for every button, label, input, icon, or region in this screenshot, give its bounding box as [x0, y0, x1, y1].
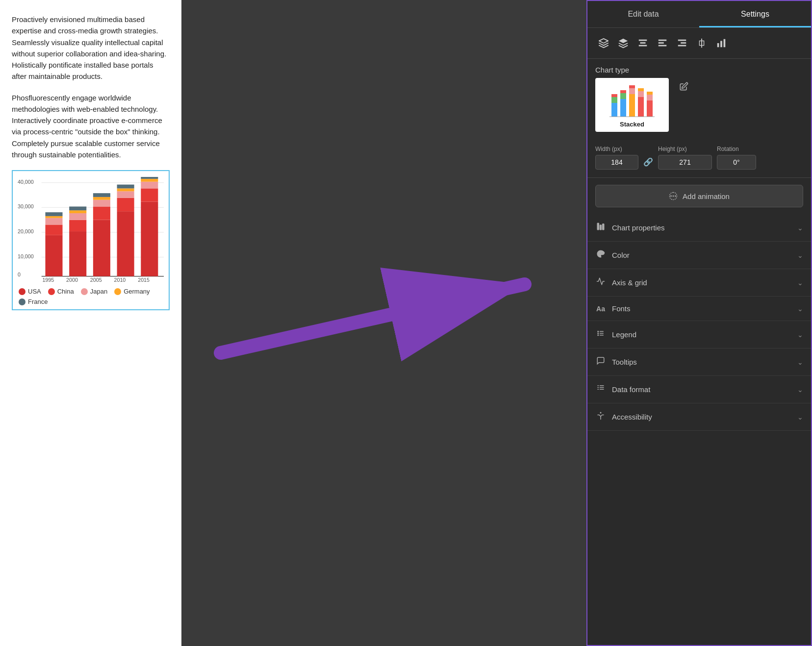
svg-rect-53 [720, 41, 722, 47]
paragraph-2: Phosfluorescently engage worldwide metho… [12, 92, 170, 161]
chevron-legend-icon: ⌄ [797, 331, 803, 339]
accordion-header-tooltips[interactable]: Tooltips ⌄ [587, 348, 811, 375]
chevron-tooltips-icon: ⌄ [797, 358, 803, 366]
svg-point-79 [597, 333, 599, 334]
svg-rect-80 [600, 333, 604, 334]
accordion-label-color: Color [612, 251, 791, 259]
align-center-icon[interactable] [634, 35, 651, 51]
accordion-header-legend[interactable]: Legend ⌄ [587, 321, 811, 348]
svg-rect-65 [638, 91, 644, 97]
chevron-chart-properties-icon: ⌄ [797, 224, 803, 232]
height-label: Height (px) [658, 146, 712, 152]
svg-rect-33 [141, 179, 158, 182]
bar-chart-icon[interactable] [713, 35, 730, 51]
panel-tabs: Edit data Settings [587, 1, 811, 28]
link-dimensions-icon[interactable]: 🔗 [643, 157, 653, 167]
chevron-axis-grid-icon: ⌄ [797, 279, 803, 287]
chart-properties-icon [595, 222, 606, 233]
svg-rect-15 [69, 231, 86, 276]
rotation-label: Rotation [717, 146, 756, 152]
svg-rect-27 [117, 191, 134, 198]
accordion-accessibility: Accessibility ⌄ [587, 403, 811, 431]
svg-text:10,000: 10,000 [18, 253, 34, 259]
legend-item-usa: USA [19, 288, 41, 295]
svg-rect-12 [45, 218, 62, 225]
legend-label-japan: Japan [90, 288, 107, 295]
svg-rect-64 [638, 97, 644, 117]
accordion-label-axis-grid: Axis & grid [612, 278, 791, 287]
svg-rect-86 [600, 387, 604, 388]
color-icon [595, 249, 606, 261]
legend-label-usa: USA [28, 288, 41, 295]
svg-rect-84 [600, 385, 604, 386]
animation-icon [669, 192, 678, 200]
width-input[interactable] [595, 155, 638, 170]
accordion-header-axis-grid[interactable]: Axis & grid ⌄ [587, 269, 811, 296]
svg-rect-17 [69, 213, 86, 220]
svg-rect-55 [611, 103, 617, 117]
svg-rect-18 [69, 210, 86, 213]
svg-rect-41 [639, 40, 647, 41]
legend-item-china: China [48, 288, 74, 295]
rotation-input[interactable] [717, 155, 756, 170]
tab-edit-data[interactable]: Edit data [587, 1, 699, 27]
svg-rect-10 [45, 235, 62, 276]
accordion-header-data-format[interactable]: Data format ⌄ [587, 376, 811, 403]
svg-rect-22 [93, 200, 110, 207]
svg-rect-25 [117, 211, 134, 276]
accordion-header-fonts[interactable]: Aa Fonts ⌄ [587, 297, 811, 321]
svg-rect-59 [620, 93, 626, 99]
svg-rect-74 [597, 223, 599, 230]
accordion-label-legend: Legend [612, 330, 791, 339]
svg-rect-58 [620, 99, 626, 117]
svg-point-71 [673, 196, 674, 197]
svg-rect-14 [45, 212, 62, 216]
svg-rect-85 [597, 387, 599, 388]
height-input[interactable] [658, 155, 712, 170]
accordion-chart-properties: Chart properties ⌄ [587, 214, 811, 242]
svg-rect-43 [639, 45, 647, 47]
svg-text:1995: 1995 [42, 277, 54, 282]
svg-rect-44 [659, 40, 667, 41]
accordion-header-color[interactable]: Color ⌄ [587, 242, 811, 269]
add-animation-button[interactable]: Add animation [595, 185, 803, 207]
accordion-header-chart-properties[interactable]: Chart properties ⌄ [587, 214, 811, 241]
accordion-legend: Legend ⌄ [587, 321, 811, 348]
legend-dot-france [19, 298, 25, 305]
accordion-color: Color ⌄ [587, 242, 811, 269]
layers-icon[interactable] [595, 35, 612, 51]
svg-text:2000: 2000 [66, 277, 78, 282]
svg-rect-42 [640, 42, 646, 44]
align-right-icon[interactable] [674, 35, 690, 51]
svg-rect-76 [603, 224, 604, 230]
layers-filled-icon[interactable] [615, 35, 632, 51]
accordion-header-accessibility[interactable]: Accessibility ⌄ [587, 403, 811, 430]
svg-text:30,000: 30,000 [18, 203, 34, 209]
svg-rect-54 [724, 39, 726, 48]
svg-rect-56 [611, 97, 617, 103]
accordion-label-data-format: Data format [612, 385, 791, 394]
svg-text:20,000: 20,000 [18, 228, 34, 234]
height-group: Height (px) [658, 146, 712, 170]
align-left-icon[interactable] [654, 35, 671, 51]
distribute-v-icon[interactable] [693, 35, 710, 51]
svg-rect-20 [93, 220, 110, 276]
svg-rect-49 [678, 45, 686, 47]
svg-text:40,000: 40,000 [18, 179, 34, 185]
chart-type-label: Chart type [587, 59, 811, 78]
legend-dot-usa [19, 288, 25, 295]
chart-thumbnail[interactable]: Stacked [595, 78, 669, 132]
edit-chart-type-button[interactable] [675, 78, 692, 96]
axis-grid-icon [595, 277, 606, 288]
accordion-data-format: Data format ⌄ [587, 376, 811, 403]
tab-active-indicator [699, 26, 811, 27]
legend-label-france: France [28, 298, 48, 305]
svg-rect-28 [117, 188, 134, 191]
chevron-data-format-icon: ⌄ [797, 386, 803, 394]
svg-rect-24 [93, 193, 110, 197]
tab-settings[interactable]: Settings [699, 1, 811, 27]
svg-rect-87 [597, 389, 599, 390]
svg-rect-19 [69, 206, 86, 210]
svg-point-73 [675, 196, 676, 197]
legend-item-france: France [19, 298, 48, 305]
